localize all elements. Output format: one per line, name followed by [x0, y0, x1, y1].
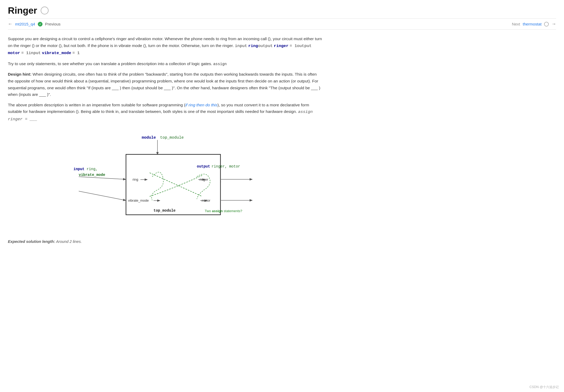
nav-right: Next thermostat → [512, 21, 556, 27]
code-input: input [235, 44, 247, 48]
expected-value: Around 2 lines. [56, 239, 82, 244]
code-ring-keyword: ring [248, 44, 258, 48]
svg-text:module: module [142, 135, 156, 140]
svg-text:top_module: top_module [154, 208, 176, 213]
main-content: Suppose you are designing a circuit to c… [8, 35, 323, 245]
back-arrow-icon: ← [8, 21, 13, 27]
paragraph-2: Try to use only statements, to see wheth… [8, 60, 323, 67]
circuit-svg: module top_module input ring, vibrate_mo… [63, 131, 268, 231]
svg-text:ringer, motor: ringer, motor [212, 164, 240, 169]
paragraph-1: Suppose you are designing a circuit to c… [8, 35, 323, 57]
paragraph-3: The above problem description is written… [8, 102, 323, 123]
svg-text:vibrate_mode: vibrate_mode [128, 198, 149, 202]
svg-text:ring: ring [133, 177, 138, 181]
expected-solution: Expected solution length: Around 2 lines… [8, 238, 323, 245]
svg-line-9 [79, 177, 125, 179]
page-title: Ringer [8, 5, 37, 16]
italic-link: if ring then do this [185, 103, 217, 107]
nav-left: ← mt2015_q4 ✓ Previous [8, 21, 61, 27]
diagram-container: module top_module input ring, vibrate_mo… [63, 131, 268, 231]
svg-text:input: input [73, 167, 85, 171]
expected-label: Expected solution length: [8, 239, 55, 244]
next-problem-link[interactable]: thermostat [523, 22, 542, 26]
forward-arrow-icon: → [551, 21, 556, 27]
circuit-diagram: module top_module input ring, vibrate_mo… [8, 131, 323, 231]
prev-problem-link[interactable]: mt2015_q4 [15, 22, 35, 26]
design-hint-label: Design hint: [8, 72, 31, 76]
svg-text:ring,: ring, [87, 167, 98, 171]
svg-text:vibrate_mode: vibrate_mode [79, 173, 105, 177]
svg-rect-3 [126, 154, 220, 215]
svg-text:top_module: top_module [160, 135, 184, 140]
next-status-circle [544, 22, 549, 27]
next-label: Next [512, 22, 520, 26]
title-row: Ringer [8, 5, 556, 16]
assign-code-inline: assign ringer = ___ [8, 109, 313, 122]
svg-text:Two assign statements?: Two assign statements? [205, 209, 242, 213]
svg-text:output: output [197, 164, 210, 169]
title-status-circle [41, 7, 49, 14]
checkmark-badge: ✓ [38, 22, 43, 27]
assign-keyword-inline: assign [213, 62, 227, 66]
prev-label: Previous [45, 22, 61, 26]
design-hint-paragraph: Design hint: When designing circuits, on… [8, 71, 323, 98]
svg-line-10 [79, 191, 125, 200]
nav-bar: ← mt2015_q4 ✓ Previous Next thermostat → [8, 18, 556, 30]
